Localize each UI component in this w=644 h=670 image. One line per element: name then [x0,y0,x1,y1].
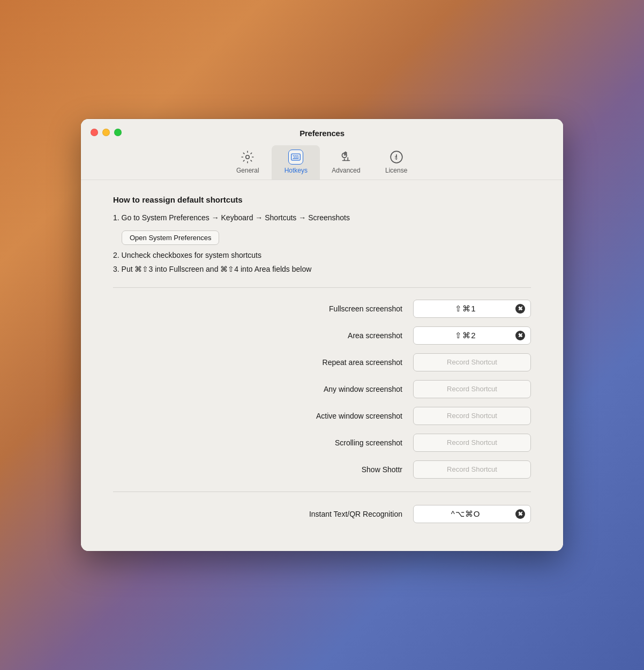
shortcut-row-any_window: Any window screenshotRecord Shortcut [113,380,531,398]
svg-point-0 [246,155,250,159]
shortcut-placeholder-show_shottr: Record Shortcut [419,465,525,473]
extra-shortcut-list: Instant Text/QR Recognition^⌥⌘O✕ [113,505,531,523]
gear-icon [240,150,255,165]
tab-license-label: License [385,167,407,174]
window-controls [91,129,122,136]
shortcut-label-scrolling: Scrolling screenshot [263,438,402,447]
shortcut-field-active_window[interactable]: Record Shortcut [413,407,531,425]
shortcut-value-instant_text: ^⌥⌘O [419,509,512,519]
maximize-button[interactable] [114,129,122,136]
clear-shortcut-instant_text-button[interactable]: ✕ [515,509,525,519]
tab-bar: General Hotkeys [223,145,420,180]
tab-advanced[interactable]: Advanced [320,145,372,180]
tab-hotkeys-label: Hotkeys [284,167,308,174]
shortcut-label-area: Area screenshot [263,331,402,340]
shortcut-label-instant_text: Instant Text/QR Recognition [263,510,402,518]
divider-1 [113,287,531,288]
shortcut-row-fullscreen: Fullscreen screenshot⇧⌘1✕ [113,300,531,318]
tab-license[interactable]: $ License [372,145,421,180]
shortcut-list: Fullscreen screenshot⇧⌘1✕Area screenshot… [113,300,531,479]
tab-advanced-label: Advanced [332,167,360,174]
shortcut-row-area: Area screenshot⇧⌘2✕ [113,326,531,345]
shortcut-row-repeat_area: Repeat area screenshotRecord Shortcut [113,353,531,371]
shortcut-label-show_shottr: Show Shottr [263,465,402,474]
hotkeys-icon [288,150,303,165]
shortcut-field-scrolling[interactable]: Record Shortcut [413,434,531,452]
tab-general[interactable]: General [223,145,272,180]
minimize-button[interactable] [102,129,110,136]
shortcut-placeholder-scrolling: Record Shortcut [419,438,525,446]
shortcut-row-instant_text: Instant Text/QR Recognition^⌥⌘O✕ [113,505,531,523]
preferences-window: Preferences General [81,119,563,550]
license-icon: $ [389,150,404,165]
shortcut-label-active_window: Active window screenshot [263,412,402,420]
shortcut-placeholder-any_window: Record Shortcut [419,385,525,393]
shortcut-field-area[interactable]: ⇧⌘2✕ [413,326,531,345]
open-system-preferences-button[interactable]: Open System Preferences [122,230,219,245]
clear-shortcut-area-button[interactable]: ✕ [515,331,525,340]
tab-hotkeys[interactable]: Hotkeys [272,145,320,180]
svg-text:$: $ [394,155,397,161]
shortcut-field-instant_text[interactable]: ^⌥⌘O✕ [413,505,531,523]
shortcut-placeholder-repeat_area: Record Shortcut [419,358,525,366]
shortcut-label-repeat_area: Repeat area screenshot [263,358,402,367]
shortcut-placeholder-active_window: Record Shortcut [419,412,525,420]
content-area: How to reassign default shortcuts 1. Go … [81,180,563,550]
instruction-step2: 2. Uncheck checkboxes for system shortcu… [113,249,531,261]
shortcut-row-show_shottr: Show ShottrRecord Shortcut [113,460,531,479]
shortcut-label-any_window: Any window screenshot [263,385,402,393]
shortcut-field-show_shottr[interactable]: Record Shortcut [413,460,531,479]
shortcut-field-repeat_area[interactable]: Record Shortcut [413,353,531,371]
divider-2 [113,492,531,492]
clear-shortcut-fullscreen-button[interactable]: ✕ [515,304,525,314]
shortcut-field-any_window[interactable]: Record Shortcut [413,380,531,398]
shortcut-field-fullscreen[interactable]: ⇧⌘1✕ [413,300,531,318]
shortcut-label-fullscreen: Fullscreen screenshot [263,304,402,313]
microscope-icon [339,150,354,165]
section-title: How to reassign default shortcuts [113,195,531,204]
tab-general-label: General [236,167,259,174]
window-title: Preferences [299,129,345,138]
instructions-block: 1. Go to System Preferences → Keyboard →… [113,212,531,275]
shortcut-row-scrolling: Scrolling screenshotRecord Shortcut [113,434,531,452]
titlebar: Preferences General [81,119,563,180]
shortcut-row-active_window: Active window screenshotRecord Shortcut [113,407,531,425]
instruction-step1: 1. Go to System Preferences → Keyboard →… [113,212,531,224]
instruction-step3: 3. Put ⌘⇧3 into Fullscreen and ⌘⇧4 into … [113,263,531,275]
close-button[interactable] [91,129,98,136]
shortcut-value-fullscreen: ⇧⌘1 [419,304,512,314]
shortcut-value-area: ⇧⌘2 [419,331,512,340]
